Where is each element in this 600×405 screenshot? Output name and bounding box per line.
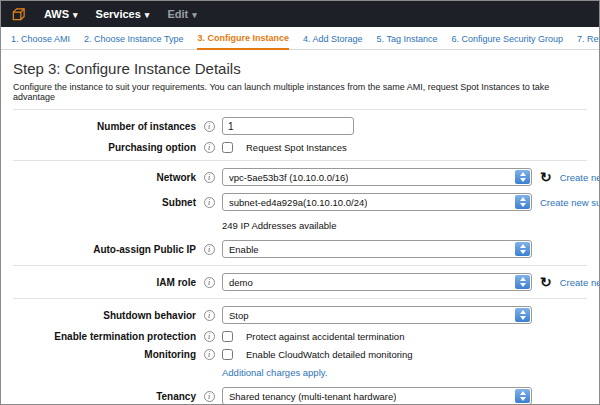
page-description: Configure the instance to suit your requ… <box>13 82 587 102</box>
shutdown-behavior-label: Shutdown behavior <box>13 310 196 321</box>
row-subnet: Subnet subnet-ed4a929a(10.10.10.0/24) Cr… <box>13 193 587 211</box>
row-purchasing-option: Purchasing option Request Spot Instances <box>13 142 587 153</box>
tenancy-select[interactable]: Shared tenancy (multi-tenant hardware) <box>222 387 532 405</box>
menu-aws-label: AWS <box>44 8 69 20</box>
monitoring-additional-charges-link[interactable]: Additional charges apply. <box>222 367 327 378</box>
chevron-down-icon <box>145 8 150 20</box>
termination-protection-checkbox-label: Protect against accidental termination <box>246 331 404 342</box>
aws-logo-icon[interactable] <box>11 7 26 22</box>
termination-protection-label: Enable termination protection <box>13 331 196 342</box>
menu-services[interactable]: Services <box>96 8 150 20</box>
chevron-down-icon <box>192 8 197 20</box>
row-monitoring: Monitoring Enable CloudWatch detailed mo… <box>13 349 587 360</box>
subnet-label: Subnet <box>13 197 196 208</box>
create-new-vpc-link[interactable]: Create new VPC <box>560 172 600 183</box>
tenancy-label: Tenancy <box>13 391 196 402</box>
cloudwatch-monitoring-checkbox-label: Enable CloudWatch detailed monitoring <box>246 349 413 360</box>
tab-configure-instance[interactable]: 3. Configure Instance <box>197 33 289 50</box>
request-spot-instances-checkbox[interactable] <box>222 142 233 153</box>
request-spot-instances-label: Request Spot Instances <box>246 142 347 153</box>
divider <box>13 265 587 266</box>
number-of-instances-label: Number of instances <box>13 121 196 132</box>
network-select[interactable]: vpc-5ae53b3f (10.10.0.0/16) <box>222 168 532 186</box>
select-arrows-icon <box>515 275 530 289</box>
info-icon[interactable] <box>204 244 215 255</box>
create-new-subnet-link[interactable]: Create new subnet <box>540 197 600 208</box>
cloudwatch-monitoring-checkbox[interactable] <box>222 349 233 360</box>
tab-choose-ami[interactable]: 1. Choose AMI <box>11 34 70 49</box>
network-label: Network <box>13 172 196 183</box>
tab-add-storage[interactable]: 4. Add Storage <box>303 34 363 49</box>
iam-role-select-value: demo <box>229 277 253 288</box>
subnet-ip-availability-note: 249 IP Addresses available <box>222 220 336 231</box>
menu-aws[interactable]: AWS <box>44 8 78 20</box>
menu-services-label: Services <box>96 8 141 20</box>
info-icon[interactable] <box>204 391 215 402</box>
wizard-steps-bar: 1. Choose AMI 2. Choose Instance Type 3.… <box>1 27 599 50</box>
row-termination-protection: Enable termination protection Protect ag… <box>13 331 587 342</box>
tab-tag-instance[interactable]: 5. Tag Instance <box>377 34 438 49</box>
row-auto-assign-public-ip: Auto-assign Public IP Enable <box>13 240 587 258</box>
auto-assign-public-ip-label: Auto-assign Public IP <box>13 244 196 255</box>
divider <box>13 298 587 299</box>
divider <box>13 160 587 161</box>
network-select-value: vpc-5ae53b3f (10.10.0.0/16) <box>229 172 348 183</box>
purchasing-option-label: Purchasing option <box>13 142 196 153</box>
info-icon[interactable] <box>204 349 215 360</box>
select-arrows-icon <box>515 242 530 256</box>
shutdown-behavior-select[interactable]: Stop <box>222 306 532 324</box>
select-arrows-icon <box>515 308 530 322</box>
info-icon[interactable] <box>204 331 215 342</box>
info-icon[interactable] <box>204 172 215 183</box>
info-icon[interactable] <box>204 121 215 132</box>
tab-configure-security-group[interactable]: 6. Configure Security Group <box>451 34 563 49</box>
number-of-instances-input[interactable] <box>222 117 354 135</box>
chevron-down-icon <box>73 8 78 20</box>
subnet-select[interactable]: subnet-ed4a929a(10.10.10.0/24) <box>222 193 532 211</box>
row-network: Network vpc-5ae53b3f (10.10.0.0/16) Crea… <box>13 168 587 186</box>
info-icon[interactable] <box>204 310 215 321</box>
menu-edit[interactable]: Edit <box>167 8 196 20</box>
row-iam-role: IAM role demo Create new IAM role <box>13 273 587 291</box>
refresh-icon[interactable] <box>540 170 552 184</box>
select-arrows-icon <box>515 389 530 403</box>
main-content: Step 3: Configure Instance Details Confi… <box>1 50 599 405</box>
tab-choose-instance-type[interactable]: 2. Choose Instance Type <box>84 34 183 49</box>
subnet-select-value: subnet-ed4a929a(10.10.10.0/24) <box>229 197 367 208</box>
select-arrows-icon <box>515 195 530 209</box>
iam-role-select[interactable]: demo <box>222 273 532 291</box>
info-icon[interactable] <box>204 197 215 208</box>
info-icon[interactable] <box>204 142 215 153</box>
tab-review[interactable]: 7. Review <box>577 34 600 49</box>
aws-console-window: AWS Services Edit 1. Choose AMI 2. Choos… <box>0 0 600 405</box>
termination-protection-checkbox[interactable] <box>222 331 233 342</box>
page-title: Step 3: Configure Instance Details <box>13 60 587 77</box>
monitoring-label: Monitoring <box>13 349 196 360</box>
row-number-of-instances: Number of instances <box>13 117 587 135</box>
refresh-icon[interactable] <box>540 275 552 289</box>
tenancy-select-value: Shared tenancy (multi-tenant hardware) <box>229 391 396 402</box>
menu-edit-label: Edit <box>167 8 188 20</box>
auto-assign-public-ip-select-value: Enable <box>229 244 259 255</box>
info-icon[interactable] <box>204 277 215 288</box>
row-shutdown-behavior: Shutdown behavior Stop <box>13 306 587 324</box>
create-new-iam-role-link[interactable]: Create new IAM role <box>560 277 600 288</box>
shutdown-behavior-select-value: Stop <box>229 310 249 321</box>
top-navigation-bar: AWS Services Edit <box>1 1 599 27</box>
iam-role-label: IAM role <box>13 277 196 288</box>
row-tenancy: Tenancy Shared tenancy (multi-tenant har… <box>13 387 587 405</box>
divider <box>13 109 587 110</box>
auto-assign-public-ip-select[interactable]: Enable <box>222 240 532 258</box>
select-arrows-icon <box>515 170 530 184</box>
